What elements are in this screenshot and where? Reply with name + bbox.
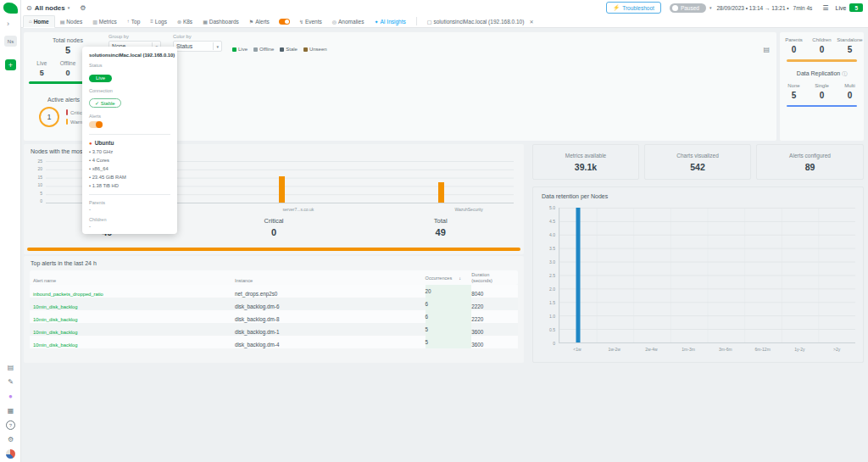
node-alerts-toggle[interactable] — [89, 121, 103, 128]
rail-bottom-icons: ▤ ✎ ● ▦ ? ⚙ — [0, 363, 21, 459]
close-icon[interactable]: ✕ — [529, 19, 533, 25]
retention-chart-title: Data retention per Nodes — [542, 193, 608, 199]
top-alerts-table: Alert name Instance Occurrences↓ Duratio… — [30, 270, 518, 348]
chevron-down-icon[interactable]: ▾ — [709, 5, 712, 10]
tab-nodes[interactable]: ▤ Nodes — [55, 15, 87, 28]
nodes-icon: ▤ — [60, 19, 65, 25]
legend-unseen-swatch — [303, 47, 308, 52]
warning-ratio-bar — [27, 248, 520, 251]
tab-anomalies[interactable]: ◎ Anomalies — [327, 15, 370, 28]
chevron-down-icon: ▾ — [216, 44, 219, 49]
tab-node-solutionsincimac[interactable]: ▢ solutionsinciMac.local (192.168.0.10) … — [422, 15, 539, 28]
troubleshoot-button[interactable]: ⚡ Troubleshoot — [606, 2, 661, 14]
user-avatar[interactable] — [6, 449, 15, 459]
status-live-badge: Live — [89, 75, 112, 82]
alert-name-link[interactable]: 10min_disk_backlog — [33, 342, 78, 348]
node-list-icon[interactable]: ☰ — [822, 4, 828, 12]
tab-ai-insights[interactable]: ✦ AI Insights — [369, 15, 410, 28]
sort-desc-icon[interactable]: ↓ — [459, 276, 461, 281]
anomalies-icon: ◎ — [332, 19, 337, 25]
alerts-bell-icon: ⚑ — [249, 19, 253, 25]
bar-wazuhsecurity[interactable] — [438, 182, 444, 203]
tab-events[interactable]: ↯ Events — [294, 15, 327, 28]
table-header-row: Alert name Instance Occurrences↓ Duratio… — [30, 270, 518, 285]
ubuntu-logo-icon: ● — [89, 141, 92, 146]
legend-offline-swatch — [253, 47, 258, 52]
chevron-down-icon: ▾ — [68, 5, 70, 10]
live-node-count-badge[interactable]: 5 — [849, 3, 863, 12]
logs-icon: ≡ — [150, 19, 153, 24]
retention-bar-plot — [559, 208, 855, 343]
pause-knob-icon — [672, 5, 678, 11]
info-icon[interactable]: ⓘ — [842, 71, 847, 76]
gift-icon[interactable]: ▤ — [6, 363, 15, 372]
tab-alerts[interactable]: ⚑ Alerts — [244, 15, 275, 28]
tab-home[interactable]: ⌂ Home — [23, 15, 55, 28]
play-pause-toggle[interactable]: Paused — [670, 3, 706, 13]
table-row[interactable]: 10min_disk_backlog disk_backlog.dm-4 5 3… — [30, 336, 518, 348]
space-avatar[interactable]: Ns — [4, 36, 17, 47]
top-bar: ⊙ All nodes ▾ ⚙ ⚡ Troubleshoot Paused ▾ … — [21, 0, 868, 15]
status-legend: Live Offline Stale Unseen — [232, 47, 327, 52]
retention-bar-lt1w[interactable] — [576, 208, 580, 342]
alerts-total: 49 — [357, 227, 524, 237]
add-space-button[interactable]: + — [5, 59, 16, 70]
top-icon: ↑ — [127, 19, 130, 24]
ai-insights-icon: ✦ — [374, 19, 378, 25]
metrics-available-card: Metrics available 39.1k — [532, 144, 639, 180]
alerts-configured-card: Alerts configured 89 — [756, 144, 864, 180]
color-by-select[interactable]: Status ▾ — [173, 41, 222, 52]
table-title: Top alerts in the last 24 h — [31, 260, 97, 266]
live-col-label: Live — [29, 60, 55, 66]
toggle-knob — [96, 121, 103, 128]
bar-server7[interactable] — [279, 176, 285, 203]
critical-total: 0 — [191, 227, 358, 237]
y-axis-ticks: 2520151050 — [27, 159, 42, 203]
color-by-label: Color by — [173, 34, 222, 39]
charts-visualized-card: Charts visualized 542 — [644, 144, 751, 180]
tab-dashboards[interactable]: ▦ Dashboards — [198, 15, 244, 28]
workspace-settings-icon[interactable]: ⚙ — [80, 4, 86, 12]
legend-stale-swatch — [280, 47, 284, 52]
tab-logs[interactable]: ≡ Logs — [145, 15, 172, 28]
standalone-bar — [787, 59, 857, 62]
total-nodes-label: Total nodes — [29, 37, 107, 43]
active-alerts-ring[interactable]: 1 — [39, 107, 59, 127]
live-label: Live — [836, 5, 847, 11]
tab-metrics[interactable]: ▥ Metrics — [87, 15, 122, 28]
help-icon[interactable]: ? — [6, 420, 15, 430]
connection-stable-badge: ✓ Stable — [89, 98, 121, 108]
offline-col-value: 0 — [55, 69, 81, 77]
scope-selector[interactable]: ⊙ All nodes ▾ — [26, 4, 70, 12]
expand-sidebar-icon[interactable]: › — [7, 20, 9, 28]
top-alerts-card: Top alerts in the last 24 h Alert name I… — [24, 256, 524, 363]
critical-chip-icon — [66, 109, 68, 115]
integrations-icon[interactable]: ● — [6, 392, 15, 401]
assistant-icon[interactable]: ✎ — [6, 377, 15, 387]
metrics-icon: ▥ — [92, 19, 97, 25]
space-rail: › Ns + ▤ ✎ ● ▦ ? ⚙ — [0, 0, 21, 462]
color-by-control: Color by Status ▾ — [173, 34, 222, 52]
tab-divider — [416, 17, 417, 25]
netdata-logo-icon[interactable] — [3, 3, 18, 14]
scope-label: All nodes — [35, 4, 65, 12]
tab-bar: ⌂ Home ▤ Nodes ▥ Metrics ↑ Top ≡ Logs ⊛ … — [21, 15, 868, 28]
warning-chip-icon — [66, 119, 68, 125]
netdata-dashboard: › Ns + ▤ ✎ ● ▦ ? ⚙ ⊙ All nodes ▾ ⚙ ⚡ Tro… — [0, 0, 868, 462]
retention-y-ticks: 5.04.54.03.53.02.52.01.51.00.50 — [537, 205, 555, 346]
tab-top[interactable]: ↑ Top — [122, 15, 145, 28]
view-toggle-icon[interactable]: ▤ — [763, 46, 770, 53]
alerts-notifications-toggle[interactable] — [279, 19, 290, 25]
live-col-value: 5 — [29, 69, 55, 77]
retention-x-labels: <1w1w-2w2w-4w1m-3m3m-6m6m-12m1y-2y>2y — [559, 347, 855, 352]
node-tooltip: solutionsinciMac.local (192.168.0.10) St… — [82, 47, 177, 234]
node-monitor-icon: ▢ — [427, 19, 432, 25]
date-range-picker[interactable]: 28/09/2023 • 13:14 → 13:21 • — [716, 5, 788, 11]
os-name: Ubuntu — [95, 140, 114, 146]
scope-icon: ⊙ — [26, 4, 32, 12]
settings-gear-icon[interactable]: ⚙ — [6, 435, 15, 444]
tab-k8s[interactable]: ⊛ K8s — [172, 15, 198, 28]
data-replication-title: Data Replication ⓘ — [780, 70, 864, 78]
events-icon: ↯ — [299, 19, 303, 25]
feedback-icon[interactable]: ▦ — [6, 406, 15, 415]
